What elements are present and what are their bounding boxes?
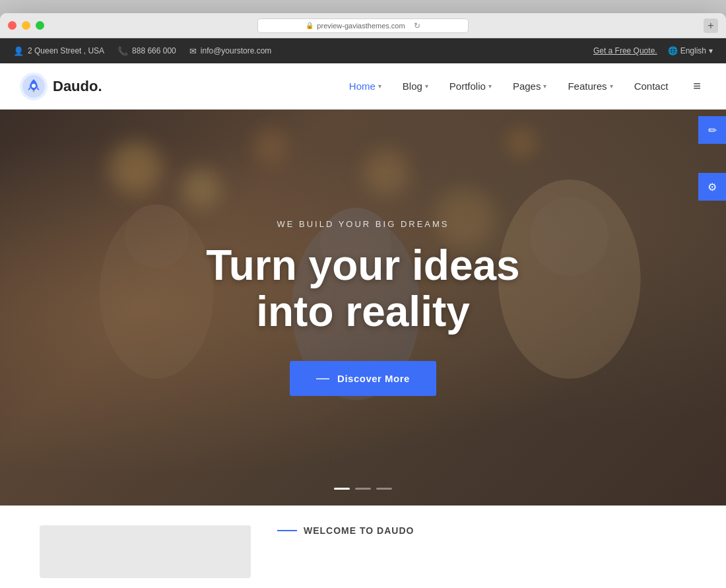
nav-features-label: Features [568,81,607,92]
nav-blog-chevron: ▾ [425,82,428,90]
bottom-teaser: WELCOME TO DAUDO [0,506,726,588]
nav-features-chevron: ▾ [610,82,613,90]
mac-window: 🔒 preview-gaviasthemes.com ↻ + 👤 2 Queen… [0,13,726,588]
svg-point-4 [125,205,189,269]
teaser-image [40,525,251,578]
language-text: English [680,46,706,55]
lang-chevron-icon: ▾ [709,46,713,55]
nav-item-contact[interactable]: Contact [625,75,678,97]
email-item: ✉ info@yourstore.com [189,46,272,56]
nav-pages-label: Pages [513,81,541,92]
new-tab-button[interactable]: + [704,18,718,33]
logo-icon [20,73,48,100]
phone-item: 📞 888 666 000 [117,46,176,56]
nav-blog-label: Blog [403,81,422,92]
gear-side-button[interactable]: ⚙ [698,173,726,201]
window-controls [8,21,44,30]
dot-2[interactable] [355,488,371,490]
lock-icon: 🔒 [306,22,314,29]
welcome-label: WELCOME TO DAUDO [304,525,414,536]
nav-item-home[interactable]: Home ▾ [340,75,391,97]
cta-label: Discover More [337,373,410,384]
maximize-button[interactable] [36,21,44,30]
pencil-side-button[interactable]: ✏ [698,116,726,144]
hero-title: Turn your ideas into reality [206,242,519,335]
hero-subtitle: WE BUILD YOUR BIG DREAMS [206,219,519,229]
logo[interactable]: Daudo. [20,73,102,100]
pencil-icon: ✏ [708,124,717,137]
hamburger-menu[interactable]: ≡ [688,73,706,99]
minimize-button[interactable] [22,21,30,30]
url-bar[interactable]: 🔒 preview-gaviasthemes.com ↻ [257,18,469,33]
button-dash [316,378,329,379]
address-item: 👤 2 Queen Street , USA [13,46,104,56]
logo-text: Daudo. [53,78,102,95]
titlebar: 🔒 preview-gaviasthemes.com ↻ + [0,13,726,38]
nav-pages-chevron: ▾ [543,82,546,90]
info-bar-left: 👤 2 Queen Street , USA 📞 888 666 000 ✉ i… [13,46,271,56]
phone-text: 888 666 000 [132,46,176,55]
welcome-section: WELCOME TO DAUDO [277,525,414,536]
nav-links: Home ▾ Blog ▾ Portfolio ▾ Pages ▾ Featur… [340,75,678,97]
phone-icon: 📞 [117,46,128,56]
gear-icon: ⚙ [708,181,717,193]
hero-section: WE BUILD YOUR BIG DREAMS Turn your ideas… [0,110,726,506]
hero-background: WE BUILD YOUR BIG DREAMS Turn your ideas… [0,110,726,506]
welcome-line: WELCOME TO DAUDO [277,525,414,536]
nav-item-features[interactable]: Features ▾ [558,75,622,97]
nav-bar: Daudo. Home ▾ Blog ▾ Portfolio ▾ Pages ▾… [0,63,726,110]
nav-home-label: Home [349,81,376,92]
hero-title-line2: into reality [256,288,470,335]
address-icon: 👤 [13,46,24,56]
close-button[interactable] [8,21,16,30]
welcome-dash [277,530,297,531]
address-text: 2 Queen Street , USA [28,46,104,55]
info-bar: 👤 2 Queen Street , USA 📞 888 666 000 ✉ i… [0,38,726,63]
url-text: preview-gaviasthemes.com [317,22,405,30]
dot-3[interactable] [376,488,392,490]
svg-point-2 [32,84,36,88]
language-selector[interactable]: 🌐 English ▾ [668,46,713,55]
nav-contact-label: Contact [634,81,669,92]
hero-content: WE BUILD YOUR BIG DREAMS Turn your ideas… [206,219,519,397]
info-bar-right: Get a Free Quote. 🌐 English ▾ [593,46,713,55]
globe-icon: 🌐 [668,46,678,55]
nav-portfolio-label: Portfolio [449,81,486,92]
nav-home-chevron: ▾ [378,82,381,90]
hero-title-line1: Turn your ideas [206,242,519,289]
refresh-icon[interactable]: ↻ [414,21,420,30]
get-quote-link[interactable]: Get a Free Quote. [593,46,657,55]
dot-1[interactable] [334,488,350,490]
nav-item-pages[interactable]: Pages ▾ [504,75,556,97]
email-icon: ✉ [189,46,197,56]
nav-item-portfolio[interactable]: Portfolio ▾ [440,75,501,97]
slide-dots [334,488,392,490]
svg-point-8 [530,197,609,276]
email-text: info@yourstore.com [201,46,272,55]
nav-portfolio-chevron: ▾ [488,82,492,90]
discover-more-button[interactable]: Discover More [290,361,436,396]
nav-item-blog[interactable]: Blog ▾ [393,75,438,97]
